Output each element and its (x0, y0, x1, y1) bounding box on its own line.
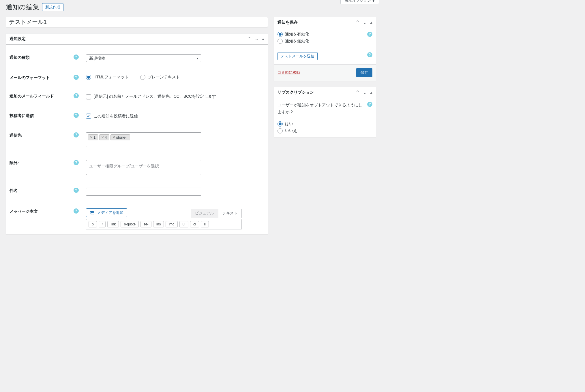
row-send-author: 投稿者に送信 ? この通知を投稿者に送信 (10, 106, 264, 126)
tag-label: 1 (93, 135, 95, 140)
qtag-li[interactable]: li (201, 221, 209, 227)
panel-header: 通知設定 ⌃ ⌄ ▴ (6, 33, 268, 45)
remove-tag-icon[interactable]: ✕ (90, 135, 93, 139)
move-up-icon[interactable]: ⌃ (247, 37, 251, 41)
panel-header: サブスクリプション ⌃ ⌄ ▴ (274, 87, 376, 98)
status-disable-option[interactable]: 通知を無効化 (278, 39, 309, 44)
help-icon[interactable]: ? (74, 132, 79, 137)
move-down-icon[interactable]: ⌄ (255, 37, 258, 41)
panel-title: サブスクリプション (278, 90, 314, 95)
help-icon[interactable]: ? (74, 75, 79, 80)
media-icon (90, 211, 95, 215)
mail-format-html-radio[interactable] (86, 75, 91, 80)
qtag-i[interactable]: i (99, 221, 106, 227)
label-notification-type: 通知の種類 (10, 54, 30, 60)
send-author-checkbox-row[interactable]: この通知を投稿者に送信 (86, 113, 264, 120)
panel-title: 通知を保存 (278, 20, 298, 25)
qtag-bquote[interactable]: b-quote (121, 221, 139, 227)
exclude-input[interactable]: ユーザー権限グループ/ユーザーを選択 (86, 160, 201, 175)
new-notification-button[interactable]: 新規作成 (42, 3, 63, 11)
help-icon[interactable]: ? (74, 54, 79, 60)
qtag-link[interactable]: link (107, 221, 119, 227)
notification-title-input[interactable] (6, 17, 268, 27)
status-enable-option[interactable]: 通知を有効化 (278, 32, 309, 37)
notification-type-select[interactable]: 新規投稿 (86, 54, 201, 62)
label-send-to: 送信先 (10, 132, 22, 138)
qtag-ins[interactable]: ins (153, 221, 164, 227)
tag-label: stone-i (116, 135, 127, 140)
notification-settings-panel: 通知設定 ⌃ ⌄ ▴ 通知の種類 ? (6, 33, 268, 234)
help-icon[interactable]: ? (367, 102, 372, 107)
subscription-yes-radio[interactable] (278, 121, 283, 127)
mail-format-plain-option[interactable]: プレーンテキスト (140, 75, 180, 80)
add-media-button[interactable]: メディアを追加 (86, 208, 127, 217)
qtag-del[interactable]: del (140, 221, 151, 227)
mail-format-html-label: HTMLフォーマット (93, 75, 129, 80)
subscription-no-label: いいえ (285, 128, 297, 133)
qtag-b[interactable]: b (89, 221, 97, 227)
remove-tag-icon[interactable]: ✕ (101, 135, 104, 139)
label-exclude: 除外: (10, 160, 19, 166)
mail-format-plain-label: プレーンテキスト (148, 75, 180, 80)
help-icon[interactable]: ? (74, 113, 79, 118)
tag-label: 4 (105, 135, 107, 140)
move-up-icon[interactable]: ⌃ (356, 90, 359, 95)
save-panel: 通知を保存 ⌃ ⌄ ▴ 通知を有効化 通知 (274, 17, 376, 81)
recipient-tag[interactable]: ✕4 (99, 134, 109, 140)
display-options-label: 表示オプション (345, 0, 371, 3)
send-to-input[interactable]: ✕1 ✕4 ✕stone-i (86, 132, 201, 147)
subscription-no-option[interactable]: いいえ (278, 128, 372, 133)
recipient-tag[interactable]: ✕stone-i (110, 134, 130, 140)
page-header: 通知の編集 新規作成 表示オプション ▼ (6, 0, 376, 17)
label-mail-format: メールのフォーマット (10, 75, 50, 80)
move-down-icon[interactable]: ⌄ (363, 90, 367, 95)
label-message: メッセージ本文 (10, 208, 38, 214)
send-author-checkbox[interactable] (86, 114, 91, 119)
help-icon[interactable]: ? (74, 160, 79, 165)
mail-format-plain-radio[interactable] (140, 75, 145, 80)
panel-title: 通知設定 (10, 36, 26, 42)
qtag-ol[interactable]: ol (190, 221, 199, 227)
toggle-panel-icon[interactable]: ▴ (262, 37, 264, 41)
row-mail-format: メールのフォーマット ? HTMLフォーマット プレーンテキスト (10, 68, 264, 87)
row-exclude: 除外: ? ユーザー権限グループ/ユーザーを選択 (10, 154, 264, 181)
divider (274, 48, 376, 48)
toggle-panel-icon[interactable]: ▴ (370, 20, 372, 25)
send-author-text: この通知を投稿者に送信 (93, 113, 138, 120)
qtag-img[interactable]: img (166, 221, 177, 227)
display-options-toggle[interactable]: 表示オプション ▼ (340, 0, 379, 4)
help-icon[interactable]: ? (74, 188, 79, 193)
label-send-author: 投稿者に送信 (10, 113, 34, 118)
move-down-icon[interactable]: ⌄ (363, 20, 367, 25)
extra-fields-checkbox-row[interactable]: [送信元] の名前とメールアドレス、返信先、CC、BCCを設定します (86, 93, 264, 100)
remove-tag-icon[interactable]: ✕ (112, 135, 115, 139)
help-icon[interactable]: ? (367, 52, 372, 57)
help-icon[interactable]: ? (74, 93, 79, 98)
extra-fields-text: [送信元] の名前とメールアドレス、返信先、CC、BCCを設定します (93, 93, 216, 100)
editor-quicktags: b i link b-quote del ins img ul ol li (86, 219, 242, 229)
editor-tab-visual[interactable]: ビジュアル (191, 209, 218, 218)
toggle-panel-icon[interactable]: ▴ (370, 90, 372, 95)
row-notification-type: 通知の種類 ? 新規投稿 (10, 48, 264, 68)
subject-input[interactable] (86, 188, 201, 196)
subscription-question: ユーザーが通知をオプトアウトできるようにしますか？ (278, 102, 364, 116)
subscription-yes-option[interactable]: はい (278, 121, 372, 127)
help-icon[interactable]: ? (367, 32, 372, 37)
status-disable-radio[interactable] (278, 39, 283, 44)
send-test-mail-button[interactable]: テストメールを送信 (278, 52, 318, 60)
label-subject: 件名 (10, 188, 18, 193)
editor-tab-text[interactable]: テキスト (218, 209, 242, 218)
status-enable-radio[interactable] (278, 32, 283, 37)
extra-fields-checkbox[interactable] (86, 94, 91, 99)
qtag-ul[interactable]: ul (179, 221, 188, 227)
panel-header: 通知を保存 ⌃ ⌄ ▴ (274, 17, 376, 28)
recipient-tag[interactable]: ✕1 (88, 134, 98, 140)
move-up-icon[interactable]: ⌃ (356, 20, 359, 25)
label-extra-fields: 追加のメールフィールド (10, 93, 54, 99)
mail-format-html-option[interactable]: HTMLフォーマット (86, 75, 129, 80)
help-icon[interactable]: ? (74, 208, 79, 214)
save-button[interactable]: 保存 (356, 68, 372, 77)
subscription-no-radio[interactable] (278, 128, 283, 133)
move-to-trash-link[interactable]: ゴミ箱に移動 (278, 70, 300, 75)
page-title: 通知の編集 (6, 3, 39, 12)
